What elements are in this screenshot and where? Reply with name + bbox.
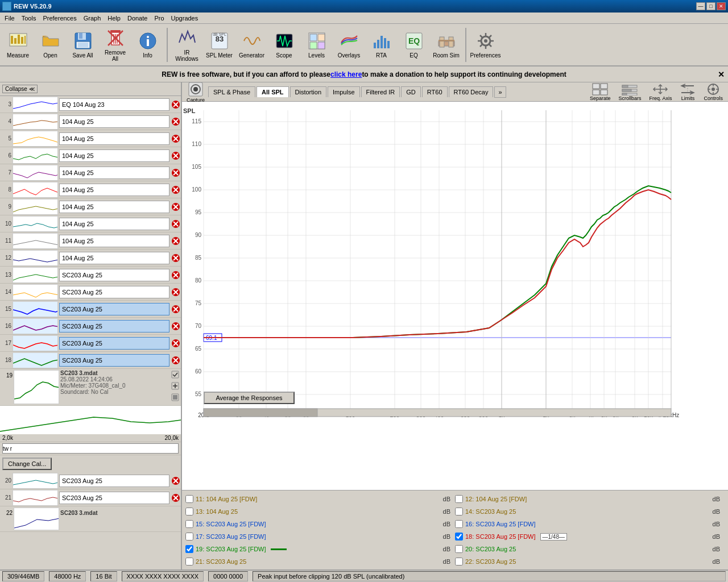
average-responses-button[interactable]: Average the Responses <box>204 392 295 404</box>
legend-check-14[interactable] <box>455 508 463 516</box>
open-button[interactable]: Open <box>35 26 66 64</box>
legend-check-12[interactable] <box>455 495 463 503</box>
change-cal-button[interactable]: Change Cal... <box>2 458 52 470</box>
close-donation-button[interactable]: ✕ <box>718 70 725 79</box>
tab-rt60[interactable]: RT60 <box>422 86 448 97</box>
row-number[interactable]: 12 <box>0 255 13 261</box>
legend-check-15[interactable] <box>185 520 193 528</box>
row-number[interactable]: 15 <box>0 306 13 312</box>
menu-graph[interactable]: Graph <box>80 14 105 23</box>
row-number[interactable]: 8 <box>0 186 13 193</box>
delete-row-button[interactable] <box>171 338 181 348</box>
eq-button[interactable]: EQ EQ <box>398 26 429 64</box>
row-number[interactable]: 9 <box>0 203 13 210</box>
row-number[interactable]: 21 <box>0 494 13 501</box>
row-number[interactable]: 14 <box>0 289 13 295</box>
row-name-input[interactable]: SC203 Aug 25 <box>59 354 169 367</box>
delete-row-button[interactable] <box>171 117 181 127</box>
window-controls[interactable]: — □ ✕ <box>696 2 726 10</box>
row-name-input[interactable]: 104 Aug 25 <box>59 115 169 128</box>
row-name-input[interactable]: SC203 Aug 25 <box>59 269 169 281</box>
delete-row-button[interactable] <box>171 134 181 144</box>
delete-row-button[interactable] <box>171 270 181 280</box>
legend-check-20[interactable] <box>455 545 463 553</box>
legend-check-17[interactable] <box>185 533 193 541</box>
row-name-input[interactable]: 104 Aug 25 <box>59 218 169 230</box>
menu-donate[interactable]: Donate <box>124 14 151 23</box>
room-sim-button[interactable]: Room Sim <box>431 26 462 64</box>
row-name-input[interactable]: SC203 Aug 25 <box>59 492 169 504</box>
delete-row-button[interactable] <box>171 185 181 195</box>
row-number[interactable]: 7 <box>0 169 13 176</box>
donation-link[interactable]: click here <box>330 70 362 78</box>
row-name-input[interactable]: 104 Aug 25 <box>59 235 169 247</box>
separate-button[interactable]: Separate <box>587 82 614 103</box>
row-number[interactable]: 5 <box>0 135 13 142</box>
save-all-button[interactable]: Save All <box>67 26 98 64</box>
row-name-input[interactable]: SC203 Aug 25 <box>59 303 169 315</box>
search-input[interactable] <box>2 443 179 454</box>
menu-tools[interactable]: Tools <box>18 14 40 23</box>
graph-area[interactable]: SPL 115 110 <box>182 102 728 490</box>
ir-windows-button[interactable]: IR Windows <box>171 26 202 64</box>
row-name-input[interactable]: 104 Aug 25 <box>59 149 169 162</box>
delete-row-button[interactable] <box>171 219 181 229</box>
row-number[interactable]: 16 <box>0 323 13 329</box>
row-number[interactable]: 19 <box>1 370 14 379</box>
delete-row-button[interactable] <box>171 287 181 297</box>
row-name-input[interactable]: SC203 Aug 25 <box>59 286 169 298</box>
tab-rt60-decay[interactable]: RT60 Decay <box>449 86 494 97</box>
tab-spl-phase[interactable]: SPL & Phase <box>208 86 255 97</box>
delete-row-button[interactable] <box>171 151 181 161</box>
delete-row-button[interactable] <box>171 304 181 314</box>
legend-check-18[interactable] <box>455 533 463 541</box>
preferences-button[interactable]: Preferences <box>470 26 501 64</box>
menu-preferences[interactable]: Preferences <box>39 14 80 23</box>
row-name-input[interactable]: EQ 104 Aug 23 <box>59 98 169 111</box>
row-number[interactable]: 11 <box>0 238 13 244</box>
row-icon-1[interactable] <box>171 370 180 380</box>
row-number[interactable]: 10 <box>0 221 13 227</box>
row-number[interactable]: 22 <box>1 508 14 516</box>
legend-check-11[interactable] <box>185 495 193 503</box>
row-name-input[interactable]: 104 Aug 25 <box>59 184 169 196</box>
overlays-button[interactable]: Overlays <box>333 26 365 64</box>
row-icon-3[interactable] <box>171 393 180 403</box>
row-icon-2[interactable] <box>171 381 180 392</box>
generator-button[interactable]: Generator <box>236 26 267 64</box>
remove-all-button[interactable]: Remove All <box>100 26 131 64</box>
row-number[interactable]: 17 <box>0 340 13 346</box>
menu-upgrades[interactable]: Upgrades <box>168 14 202 23</box>
tab-filtered-ir[interactable]: Filtered IR <box>361 86 400 97</box>
close-button[interactable]: ✕ <box>717 2 726 10</box>
row-number[interactable]: 13 <box>0 272 13 278</box>
delete-row-button[interactable] <box>171 168 181 178</box>
delete-row-button[interactable] <box>171 202 181 212</box>
maximize-button[interactable]: □ <box>706 2 715 10</box>
legend-check-21[interactable] <box>185 558 193 566</box>
delete-row-button[interactable] <box>171 355 181 365</box>
legend-check-22[interactable] <box>455 558 463 566</box>
row-number[interactable]: 18 <box>0 357 13 363</box>
freq-axis-button[interactable]: Freq. Axis <box>646 82 675 103</box>
row-name-input[interactable]: 104 Aug 25 <box>59 252 169 264</box>
tab-impulse[interactable]: Impulse <box>328 86 360 97</box>
capture-button[interactable]: Capture <box>184 82 207 105</box>
row-number[interactable]: 4 <box>0 118 13 124</box>
menu-pro[interactable]: Pro <box>151 14 167 23</box>
info-button[interactable]: Info <box>132 26 163 64</box>
spl-meter-button[interactable]: 83 dB SPL SPL Meter <box>204 26 235 64</box>
delete-row-button[interactable] <box>171 493 181 503</box>
measure-button[interactable]: Measure <box>2 26 34 64</box>
tab-gd[interactable]: GD <box>401 86 421 97</box>
h-scrollbar-thumb[interactable] <box>204 409 317 417</box>
legend-check-16[interactable] <box>455 520 463 528</box>
menu-help[interactable]: Help <box>104 14 124 23</box>
delete-row-button[interactable] <box>171 99 181 110</box>
row-name-input[interactable]: 104 Aug 25 <box>59 132 169 145</box>
row-number[interactable]: 20 <box>0 477 13 484</box>
minimize-button[interactable]: — <box>696 2 705 10</box>
row-name-input[interactable]: SC203 Aug 25 <box>59 320 169 332</box>
row-number[interactable]: 3 <box>0 101 13 107</box>
levels-button[interactable]: Levels <box>301 26 332 64</box>
